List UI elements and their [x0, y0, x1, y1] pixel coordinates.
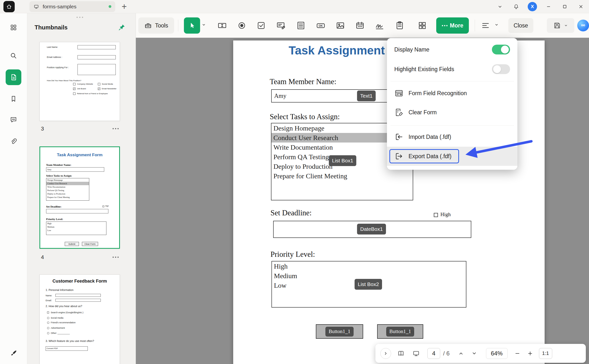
- brush-icon: [10, 349, 17, 357]
- reading-mode-button[interactable]: [396, 350, 406, 357]
- menu-item-display-name[interactable]: Display Name: [387, 41, 517, 58]
- save-icon: [553, 22, 561, 29]
- radio-button-tool-button[interactable]: [235, 19, 249, 32]
- menu-item-clear-form[interactable]: Clear Form: [387, 103, 517, 122]
- checkbox-tool-button[interactable]: [254, 19, 268, 32]
- minimize-button[interactable]: [540, 0, 557, 13]
- list-box-icon: [296, 21, 306, 30]
- text-field-tool-button[interactable]: [215, 19, 229, 32]
- close-form-mode-button[interactable]: Close: [508, 18, 533, 33]
- form-data-tool-button[interactable]: [393, 19, 407, 32]
- high-checkbox[interactable]: [434, 213, 438, 217]
- field-name-badge: List Box1: [329, 155, 356, 166]
- zoom-in-button[interactable]: [525, 351, 535, 356]
- submit-button[interactable]: Submit Button1_1: [316, 324, 363, 339]
- minus-icon: [514, 351, 520, 356]
- document-canvas[interactable]: Task Assignment Form Team Member Name: A…: [136, 38, 589, 364]
- thumbnail-menu-button[interactable]: [113, 257, 119, 258]
- tools-label: Tools: [155, 22, 168, 29]
- alignment-chevron-button[interactable]: [494, 23, 499, 27]
- previous-page-button[interactable]: [456, 351, 466, 356]
- home-button[interactable]: [3, 1, 15, 12]
- ai-assistant-button[interactable]: [577, 20, 589, 31]
- titlebar-chevron-button[interactable]: [492, 0, 508, 13]
- thumbnails-panel-button[interactable]: [6, 69, 21, 85]
- tools-button[interactable]: Tools: [138, 17, 174, 34]
- menu-item-highlight-fields[interactable]: Highlight Existing Fields: [387, 61, 517, 77]
- clipboard-icon: [395, 21, 405, 30]
- actual-size-button[interactable]: 1:1: [539, 348, 552, 359]
- signature-field-icon: [375, 21, 384, 30]
- thumbnail-menu-button[interactable]: [113, 128, 119, 129]
- zoom-out-button[interactable]: [512, 351, 522, 356]
- maximize-button[interactable]: [557, 0, 573, 13]
- notifications-button[interactable]: [508, 0, 524, 13]
- panel-drag-handle-icon[interactable]: [77, 17, 83, 18]
- thumbnails-panel: Thumbnails Last Name Email Address : Pos…: [27, 13, 136, 364]
- chevron-down-icon: [564, 24, 568, 27]
- list-box-tool-button[interactable]: [294, 19, 308, 32]
- list-item[interactable]: Prepare for Client Meeting: [271, 171, 413, 181]
- edit-brush-button[interactable]: [6, 345, 21, 361]
- thumbnail-page-4-selected[interactable]: Task Assignment Form Team Member Name: A…: [39, 146, 120, 249]
- list-item[interactable]: High: [272, 261, 466, 271]
- page-number-input[interactable]: 4: [427, 348, 440, 359]
- push-button-tool-button[interactable]: OK: [314, 19, 328, 32]
- chevron-right-icon: [384, 351, 388, 356]
- thumbnail-page-5[interactable]: Customer Feedback Form 1. Personal Infor…: [39, 274, 120, 364]
- team-member-label: Team Member Name:: [270, 77, 336, 86]
- search-icon: [10, 52, 17, 60]
- deadline-label: Set Deadline:: [270, 208, 312, 217]
- mini-checkbox: [98, 83, 100, 85]
- tab-title: forms-samples: [43, 4, 77, 10]
- form-recognition-icon: [394, 89, 404, 98]
- highlight-fields-toggle[interactable]: [492, 64, 510, 74]
- mini-radio: [47, 317, 49, 319]
- more-button[interactable]: More: [436, 17, 469, 34]
- bookmarks-panel-button[interactable]: [6, 91, 21, 107]
- image-field-tool-button[interactable]: [333, 19, 347, 32]
- home-icon: [6, 3, 12, 10]
- close-icon: [578, 4, 584, 10]
- comments-panel-button[interactable]: [6, 112, 21, 128]
- field-layout-tool-button[interactable]: [415, 19, 429, 32]
- select-tool-chevron-button[interactable]: [202, 23, 206, 27]
- thumbnail-page-number: 4: [41, 254, 44, 260]
- field-name-badge: List Box2: [355, 279, 382, 290]
- bell-icon: [513, 4, 519, 10]
- chevron-down-icon: [202, 23, 206, 27]
- date-field-tool-button[interactable]: [353, 19, 367, 32]
- chevron-down-icon: [494, 23, 499, 27]
- attachments-panel-button[interactable]: [6, 134, 21, 149]
- radio-button-icon: [237, 21, 247, 30]
- mini-checkbox: [73, 88, 76, 90]
- pin-panel-button[interactable]: [118, 24, 126, 31]
- menu-item-import-data[interactable]: Import Data (.fdf): [387, 127, 517, 146]
- clear-form-button[interactable]: Clear Form Button1_1: [377, 324, 423, 339]
- alignment-tool-button[interactable]: [479, 19, 492, 32]
- next-page-button[interactable]: [469, 351, 479, 356]
- zoom-level[interactable]: 64%: [486, 348, 508, 359]
- mini-radio: [47, 327, 49, 329]
- close-window-button[interactable]: [573, 0, 589, 13]
- new-tab-button[interactable]: +: [122, 2, 127, 12]
- expand-bar-button[interactable]: [380, 348, 391, 359]
- combo-box-tool-button[interactable]: [274, 19, 288, 32]
- account-button[interactable]: X: [524, 0, 540, 13]
- menu-item-form-field-recognition[interactable]: Form Field Recognition: [387, 84, 517, 103]
- grid-icon: [417, 21, 427, 30]
- apps-grid-icon: [10, 24, 17, 31]
- select-field-tool-button[interactable]: [184, 17, 200, 34]
- presentation-mode-button[interactable]: [411, 350, 422, 357]
- import-data-icon: [394, 132, 404, 142]
- display-name-toggle[interactable]: [492, 45, 510, 54]
- paperclip-icon: [10, 138, 17, 145]
- document-tab[interactable]: forms-samples: [29, 1, 115, 12]
- signature-field-tool-button[interactable]: [373, 19, 386, 32]
- field-name-badge: Text1: [357, 91, 376, 101]
- search-panel-button[interactable]: [6, 48, 21, 64]
- save-button-group[interactable]: [547, 18, 574, 33]
- mini-checkbox: [47, 312, 49, 313]
- thumbnail-page-3[interactable]: Last Name Email Address : Position Apply…: [39, 42, 120, 121]
- apps-grid-button[interactable]: [6, 20, 21, 35]
